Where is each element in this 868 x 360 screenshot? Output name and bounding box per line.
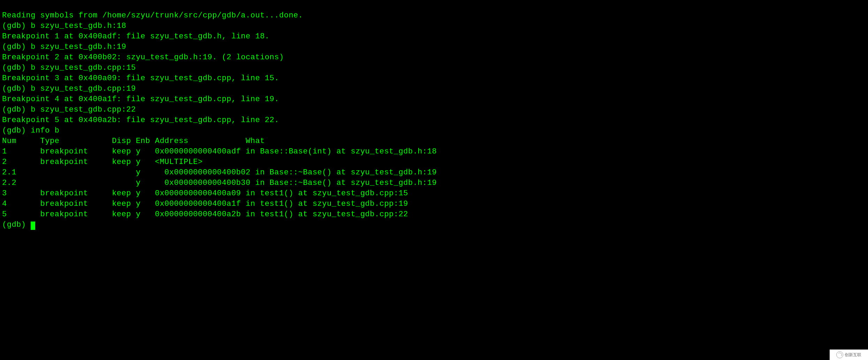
output-line: Num Type Disp Enb Address What (2, 137, 265, 145)
output-line: 2.2 y 0x0000000000400b30 in Base::~Base(… (2, 179, 437, 187)
output-line: 2.1 y 0x0000000000400b02 in Base::~Base(… (2, 168, 437, 177)
output-line: (gdb) b szyu_test_gdb.h:19 (2, 43, 126, 51)
output-line: 1 breakpoint keep y 0x0000000000400adf i… (2, 147, 437, 156)
watermark-text: 创新互联 (845, 350, 861, 360)
output-line: 4 breakpoint keep y 0x0000000000400a1f i… (2, 200, 408, 208)
output-line: Reading symbols from /home/szyu/trunk/sr… (2, 11, 303, 20)
output-line: 2 breakpoint keep y <MULTIPLE> (2, 158, 246, 166)
output-line: 3 breakpoint keep y 0x0000000000400a09 i… (2, 189, 408, 198)
output-line: (gdb) info b (2, 126, 59, 135)
watermark-logo-icon (836, 351, 843, 358)
output-line: Breakpoint 3 at 0x400a09: file szyu_test… (2, 74, 279, 83)
gdb-prompt[interactable]: (gdb) (2, 220, 31, 229)
output-line: Breakpoint 5 at 0x400a2b: file szyu_test… (2, 116, 279, 125)
output-line: (gdb) b szyu_test_gdb.cpp:15 (2, 63, 136, 72)
output-line: Breakpoint 2 at 0x400b02: szyu_test_gdb.… (2, 53, 284, 62)
output-line: (gdb) b szyu_test_gdb.cpp:22 (2, 105, 136, 114)
output-line: (gdb) b szyu_test_gdb.h:18 (2, 22, 126, 30)
cursor-icon (31, 222, 35, 230)
watermark-badge: 创新互联 (830, 350, 868, 360)
output-line: Breakpoint 1 at 0x400adf: file szyu_test… (2, 32, 269, 41)
output-line: (gdb) b szyu_test_gdb.cpp:19 (2, 84, 136, 93)
terminal-output[interactable]: Reading symbols from /home/szyu/trunk/sr… (0, 0, 868, 230)
output-line: 5 breakpoint keep y 0x0000000000400a2b i… (2, 210, 408, 219)
output-line: Breakpoint 4 at 0x400a1f: file szyu_test… (2, 95, 279, 104)
